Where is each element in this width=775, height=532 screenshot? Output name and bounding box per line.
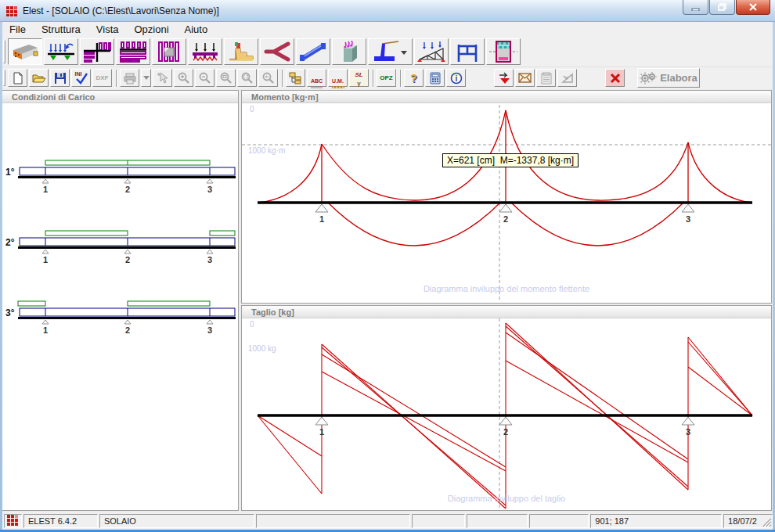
status-empty-2 bbox=[412, 514, 465, 528]
red-x-icon bbox=[610, 73, 621, 84]
cross-section-button[interactable] bbox=[486, 38, 521, 65]
frame-portal-button[interactable] bbox=[450, 38, 485, 65]
stairs-3d-icon bbox=[226, 41, 256, 63]
slab-plan-b-button[interactable] bbox=[116, 38, 150, 65]
text-settings-button[interactable]: ABC bbox=[307, 69, 326, 87]
restore-button[interactable] bbox=[709, 0, 735, 15]
toolbar-separator bbox=[282, 70, 283, 87]
conditions-canvas[interactable]: 1° 1 2 3 2° bbox=[2, 103, 238, 510]
scale-value-label: 1000 kg·m bbox=[248, 146, 285, 155]
zoom-in-button[interactable] bbox=[174, 69, 193, 87]
load-condition-2: 2° 1 2 3 bbox=[5, 231, 236, 264]
supports bbox=[315, 204, 694, 212]
zoom-out-button[interactable] bbox=[195, 69, 214, 87]
support-label: 3 bbox=[207, 185, 212, 194]
report-button[interactable] bbox=[536, 69, 556, 87]
moment-panel: Momento [kg·m] 0 1000 kg·m bbox=[241, 90, 772, 304]
menu-opzioni[interactable]: Opzioni bbox=[126, 23, 176, 37]
load-span bbox=[18, 301, 45, 306]
slab-plan-c-icon bbox=[154, 41, 184, 63]
units-button[interactable]: U.M. bbox=[328, 69, 348, 87]
stairs-3d-button[interactable] bbox=[224, 38, 258, 65]
new-file-button[interactable] bbox=[8, 69, 27, 87]
shear-diagram[interactable]: 0 1000 kg bbox=[242, 318, 771, 510]
solaio-floor-button[interactable] bbox=[8, 38, 42, 65]
support-label: 3 bbox=[686, 427, 690, 437]
elabora-button[interactable]: Elabora bbox=[637, 68, 700, 88]
load-condition-1: 1° 1 2 3 bbox=[5, 160, 236, 194]
support-label: 1 bbox=[43, 185, 48, 194]
support-label: 1 bbox=[43, 325, 48, 335]
open-file-icon bbox=[32, 72, 46, 84]
safety-factors-button[interactable]: SL γ bbox=[349, 69, 369, 87]
support-label: 1 bbox=[43, 255, 48, 264]
load-condition-3: 3° 1 2 3 bbox=[5, 301, 236, 335]
tree-view-button[interactable] bbox=[286, 69, 305, 87]
select-add-button[interactable] bbox=[153, 69, 172, 87]
load-span bbox=[210, 231, 235, 235]
shear-panel-title: Taglio [kg] bbox=[242, 306, 771, 318]
triangle-check-icon bbox=[561, 73, 574, 84]
scale-value-label: 1000 kg bbox=[248, 344, 276, 353]
shear-panel: Taglio [kg] 0 1000 kg bbox=[241, 305, 772, 511]
zoom-previous-button[interactable] bbox=[258, 69, 278, 87]
minimize-button[interactable] bbox=[683, 0, 708, 15]
save-button[interactable] bbox=[50, 69, 70, 87]
status-coordinates: 901; 187 bbox=[590, 514, 722, 528]
print-button[interactable] bbox=[120, 69, 139, 87]
ini-settings-button[interactable]: INI bbox=[71, 69, 91, 87]
support-label: 2 bbox=[125, 255, 130, 264]
inclined-beam-button[interactable] bbox=[296, 38, 330, 65]
moment-diagram[interactable]: 0 1000 kg·m bbox=[242, 103, 771, 303]
toolbar-separator bbox=[373, 70, 374, 87]
info-button[interactable]: i bbox=[446, 69, 466, 87]
retaining-wall-button[interactable] bbox=[368, 38, 413, 65]
conditions-panel: Condizioni di Carico 1° 1 2 3 bbox=[2, 90, 239, 511]
marker-results-button[interactable] bbox=[494, 69, 514, 87]
options-button[interactable]: OPZ bbox=[377, 69, 396, 87]
title-bar: Elest - [SOLAIO (C:\Elest\Lavori\Senza N… bbox=[0, 0, 775, 22]
dxf-label: DXF bbox=[96, 75, 109, 81]
section-check-button[interactable] bbox=[557, 69, 577, 87]
envelope-button[interactable] bbox=[515, 69, 535, 87]
toolbar-gripper-2[interactable] bbox=[3, 70, 5, 86]
column-3d-button[interactable] bbox=[332, 38, 366, 65]
zoom-extents-button[interactable] bbox=[216, 69, 236, 87]
new-file-icon bbox=[12, 72, 24, 84]
toolbar-gripper[interactable] bbox=[3, 40, 5, 63]
zoom-window-button[interactable] bbox=[237, 69, 257, 87]
report-icon bbox=[541, 72, 552, 84]
help-button[interactable]: ? bbox=[404, 69, 424, 87]
truss-loads-icon bbox=[416, 41, 446, 63]
info-icon: i bbox=[450, 72, 463, 84]
calculator-button[interactable] bbox=[425, 69, 445, 87]
node-fork-button[interactable] bbox=[260, 38, 294, 65]
print-dropdown-button[interactable] bbox=[141, 69, 151, 87]
load-span bbox=[128, 301, 210, 306]
resize-grip[interactable] bbox=[761, 516, 772, 529]
cross-section-icon bbox=[488, 41, 518, 63]
support-label: 2 bbox=[125, 185, 130, 194]
elest-logo-icon bbox=[7, 515, 19, 526]
distributed-load-button[interactable] bbox=[188, 38, 222, 65]
status-version: ELEST 6.4.2 bbox=[23, 514, 98, 528]
moment-envelope bbox=[258, 110, 752, 246]
moment-panel-title: Momento [kg·m] bbox=[242, 91, 771, 103]
opz-label: OPZ bbox=[380, 75, 392, 81]
menu-aiuto[interactable]: Aiuto bbox=[177, 23, 216, 37]
close-view-button[interactable] bbox=[605, 69, 625, 87]
menu-vista[interactable]: Vista bbox=[88, 23, 127, 37]
beam-supports-button[interactable] bbox=[44, 38, 78, 65]
menu-struttura[interactable]: Struttura bbox=[34, 23, 88, 37]
slab-plan-a-button[interactable] bbox=[80, 38, 114, 65]
dxf-export-button[interactable]: DXF bbox=[92, 69, 112, 87]
status-project: SOLAIO bbox=[99, 514, 254, 528]
open-file-button[interactable] bbox=[29, 69, 49, 87]
condition-label: 2° bbox=[5, 237, 15, 248]
close-button[interactable] bbox=[736, 0, 770, 15]
menu-file[interactable]: File bbox=[2, 23, 34, 37]
truss-loads-button[interactable] bbox=[414, 38, 449, 65]
zoom-previous-icon bbox=[262, 72, 275, 84]
slab-plan-c-button[interactable] bbox=[152, 38, 186, 65]
zoom-out-icon bbox=[199, 72, 211, 84]
